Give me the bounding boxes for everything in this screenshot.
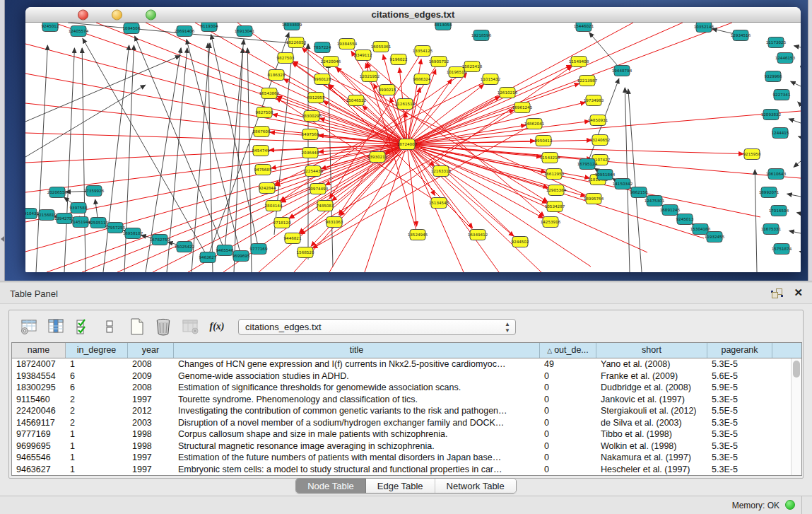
table-cell[interactable]: 9465546 [12,452,66,464]
table-row[interactable]: 977716911998Corpus callosum shape and si… [12,428,801,440]
table-cell[interactable]: 5.6E-5 [707,370,772,382]
table-cell[interactable]: 0 [540,394,596,406]
table-cell[interactable]: 2003 [128,417,174,429]
graph-node[interactable]: 15134545 [429,198,449,209]
graph-node[interactable]: 14150342 [613,179,632,189]
graph-node[interactable]: 9245013 [676,214,694,225]
table-cell[interactable]: 0 [540,440,596,452]
table-cell[interactable]: 19384554 [12,370,66,382]
vertical-scrollbar[interactable] [791,358,801,475]
graph-node[interactable]: 16905752 [429,57,449,67]
graph-node[interactable]: 16782759 [150,235,170,245]
float-panel-icon[interactable] [772,288,782,298]
graph-node[interactable]: 8960128 [314,74,331,85]
graph-node[interactable]: 9827508 [256,107,273,118]
table-cell[interactable]: Tourette syndrome. Phenomenology and cla… [174,394,540,406]
column-header-short[interactable]: short [596,343,707,358]
graph-node[interactable]: 18724007 [397,139,418,150]
graph-node[interactable]: 16349412 [468,230,488,240]
graph-node[interactable]: 11543210 [540,153,560,163]
graph-node[interactable]: 17016504 [769,206,789,216]
table-cell[interactable]: 1998 [128,428,174,440]
table-cell[interactable]: Changes of HCN gene expression and I(f) … [174,358,540,370]
table-cell[interactable]: 5.3E-5 [707,417,772,429]
graph-node[interactable]: 13240652 [590,135,610,146]
graph-node[interactable]: 11675331 [761,224,782,235]
table-cell[interactable]: 1 [66,452,128,464]
table-cell[interactable]: Embryonic stem cells: a model to study s… [174,464,540,476]
table-cell[interactable]: 2009 [128,370,174,382]
table-cell[interactable]: Corpus callosum shape and size in male p… [174,428,540,440]
graph-node[interactable]: 12021952 [360,71,379,82]
table-row[interactable]: 946362711997Embryonic stem cells: a mode… [12,464,801,476]
row-height-icon[interactable] [100,317,119,337]
graph-node[interactable]: 19448794 [612,66,632,76]
table-cell[interactable]: 6 [66,382,128,394]
table-cell[interactable]: 2 [66,405,128,417]
table-cell[interactable]: Estimation of the future numbers of pati… [174,452,540,464]
graph-node[interactable]: 16913041 [235,26,255,37]
table-cell[interactable]: 1 [66,358,128,370]
column-header-out_de[interactable]: △out_de... [540,343,596,358]
table-row[interactable]: 911546021997Tourette syndrome. Phenomeno… [12,394,801,406]
graph-node[interactable]: 2867608 [253,127,271,137]
graph-node[interactable]: 10534287 [545,201,565,212]
graph-node[interactable]: 11015432 [481,74,500,85]
column-header-pagerank[interactable]: pagerank [707,343,772,358]
table-row[interactable]: 969969511998Structural magnetic resonanc… [12,440,801,452]
tab-node-table[interactable]: Node Table [296,479,366,493]
graph-node[interactable]: 20691406 [175,26,195,37]
graph-node[interactable]: 12905384 [546,185,567,196]
table-cell[interactable]: Tibbo et al. (1998) [596,428,707,440]
new-table-icon[interactable] [126,317,146,337]
graph-node[interactable]: 16033809 [282,23,302,30]
graph-node[interactable]: 9242844 [259,183,276,194]
tab-network-table[interactable]: Network Table [435,479,516,493]
graph-node[interactable]: 12405574 [69,26,89,37]
table-cell[interactable]: 1997 [128,394,174,406]
table-cell[interactable]: Franke et al. (2009) [596,370,707,382]
table-cell[interactable]: Hescheler et al. (1997) [596,464,707,476]
graph-node[interactable]: 12610216 [498,88,518,98]
graph-node[interactable]: 9831063 [326,217,343,228]
graph-node[interactable]: 1244415 [772,128,789,139]
memory-ok-indicator[interactable] [785,500,795,510]
graph-node[interactable]: 18226058 [286,37,307,48]
table-cell[interactable]: Disruption of a novel member of a sodium… [174,417,540,429]
graph-node[interactable]: 9196022 [390,54,408,65]
graph-node[interactable]: 10951844 [595,170,616,180]
graph-node[interactable]: 8990215 [379,85,396,95]
graph-node[interactable]: 11932455 [705,232,725,243]
graph-node[interactable]: 1568520 [297,247,314,258]
table-cell[interactable]: 5.3E-5 [707,464,772,476]
scrollbar-thumb[interactable] [793,361,800,378]
graph-node[interactable]: 8119304 [201,23,218,32]
table-cell[interactable]: 0 [540,452,596,464]
graph-node[interactable]: 10352146 [694,23,714,33]
graph-node[interactable]: 9227341 [773,90,791,100]
table-cell[interactable]: 1 [66,428,128,440]
graph-node[interactable]: 22420046 [321,57,341,67]
table-cell[interactable]: Yano et al. (2008) [596,358,707,370]
table-selector-dropdown[interactable]: citations_edges.txt ▲▼ [238,319,516,335]
graph-node[interactable]: 10974493 [308,184,329,194]
table-cell[interactable]: 5.3E-5 [707,452,772,464]
graph-node[interactable]: 2803144 [265,201,283,211]
graph-node[interactable]: 19734983 [584,95,604,106]
collapse-arrow-icon[interactable] [1,236,4,242]
table-cell[interactable]: Stergiakouli et al. (2012) [596,405,707,417]
graph-node[interactable]: 9463627 [199,252,217,263]
table-settings-icon[interactable] [19,317,39,337]
graph-node[interactable]: 8813054 [435,23,452,30]
graph-node[interactable]: 15446021 [574,23,594,32]
table-cell[interactable]: 2008 [128,382,174,394]
graph-node[interactable]: 9215958 [743,149,761,160]
table-cell[interactable]: 5.9E-5 [707,382,772,394]
table-cell[interactable]: Investigating the contribution of common… [174,405,540,417]
table-cell[interactable]: 5.5E-5 [707,405,772,417]
table-row[interactable]: 1456911722003Disruption of a novel membe… [12,417,801,429]
graph-node[interactable]: 2036448 [302,148,319,158]
graph-node[interactable]: 9699695 [233,251,250,262]
graph-node[interactable]: 12475301 [645,196,665,206]
table-cell[interactable]: 0 [540,382,596,394]
